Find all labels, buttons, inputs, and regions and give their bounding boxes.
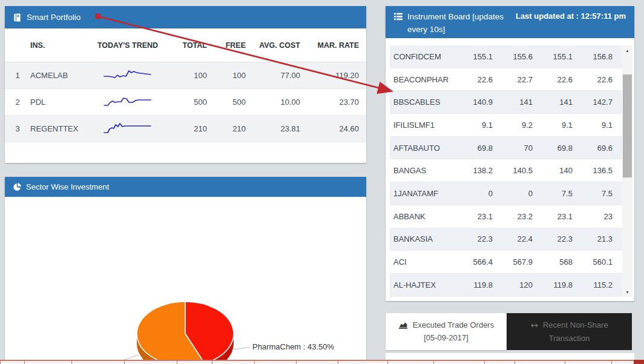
price-cell: 69.8 bbox=[542, 144, 582, 153]
instrument-table: CONFIDCEM155.1155.6155.1156.8BEACONPHAR2… bbox=[390, 45, 622, 297]
scroll-up-button[interactable]: ▲ bbox=[622, 45, 632, 55]
row-number-cell: 3 bbox=[5, 124, 30, 133]
ticker-cell bbox=[484, 360, 514, 364]
instrument-row: CONFIDCEM155.1155.6155.1156.8 bbox=[390, 45, 622, 68]
price-cell: 560.1 bbox=[582, 257, 622, 266]
trend-sparkline bbox=[103, 94, 153, 108]
sector-investment-panel: Sector Wise Investment PharmaChem : 43.5… bbox=[5, 177, 366, 364]
last-updated-text: Last updated at : 12:57:11 pm bbox=[516, 11, 626, 21]
price-cell: 141 bbox=[502, 98, 542, 107]
avg-cost-cell: 10.00 bbox=[246, 98, 303, 107]
total-cell: 210 bbox=[165, 124, 207, 133]
recent-non-share-tab[interactable]: ↔ Recent Non-Share Transaction bbox=[507, 313, 632, 350]
trend-sparkline-cell bbox=[91, 68, 165, 83]
ticker-cell bbox=[611, 360, 634, 364]
portfolio-row: 3REGENTTEX21021023.8124.60 bbox=[5, 116, 366, 142]
instrument-name-cell: PDL bbox=[30, 98, 91, 107]
price-cell: 9.2 bbox=[502, 121, 542, 130]
price-cell: 22.6 bbox=[542, 75, 582, 84]
ticker-cell bbox=[71, 360, 124, 364]
price-cell: 567.9 bbox=[502, 257, 542, 266]
price-cell: 22.3 bbox=[542, 234, 582, 243]
smart-portfolio-panel: Smart Portfolio INS. TODAY'S TREND TOTAL… bbox=[5, 6, 366, 163]
trend-sparkline bbox=[103, 121, 153, 134]
price-cell: 119.8 bbox=[542, 280, 582, 290]
col-trend: TODAY'S TREND bbox=[91, 41, 165, 50]
instrument-row: BEACONPHAR22.622.722.622.6 bbox=[390, 68, 622, 91]
price-cell: 23.1 bbox=[462, 212, 502, 221]
scroll-down-button[interactable]: ▼ bbox=[622, 287, 632, 297]
price-cell: 9.1 bbox=[582, 121, 622, 130]
col-avg-cost: AVG. COST bbox=[246, 41, 303, 50]
callout-line-pharmachem bbox=[234, 347, 250, 349]
ticker-cell bbox=[24, 360, 71, 364]
pie-label-pharmachem: PharmaChem : 43.50% bbox=[252, 342, 334, 351]
price-cell: 140.5 bbox=[502, 166, 542, 175]
tab-label-line2: [05-09-2017] bbox=[424, 332, 468, 344]
price-cell: 69.6 bbox=[582, 144, 622, 153]
price-cell: 141 bbox=[542, 98, 582, 107]
instrument-row: BANGAS138.2140.5140136.5 bbox=[390, 159, 622, 182]
instrument-name-cell: AL-HAJTEX bbox=[390, 280, 462, 290]
tab-label-line1: Recent Non-Share bbox=[543, 319, 608, 331]
price-cell: 22.4 bbox=[502, 234, 542, 243]
instrument-name-cell: BANKASIA bbox=[390, 234, 462, 243]
price-cell: 156.8 bbox=[582, 52, 622, 61]
instrument-board-header: Instrument Board [updates every 10s] Las… bbox=[386, 6, 634, 38]
mar-rate-cell: 24.60 bbox=[303, 124, 366, 133]
book-icon bbox=[13, 13, 22, 22]
price-cell: 155.6 bbox=[502, 52, 542, 61]
instrument-row: ACI566.4567.9568560.1 bbox=[390, 251, 622, 274]
price-cell: 22.6 bbox=[462, 75, 502, 84]
price-cell: 138.2 bbox=[462, 166, 502, 175]
price-cell: 142.7 bbox=[582, 98, 622, 107]
price-cell: 70 bbox=[502, 144, 542, 153]
free-cell: 210 bbox=[207, 124, 246, 133]
scrollbar-thumb[interactable] bbox=[623, 74, 632, 177]
sector-investment-header: Sector Wise Investment bbox=[5, 177, 366, 197]
total-cell: 100 bbox=[165, 71, 207, 80]
instrument-name-cell: 1JANATAMF bbox=[390, 189, 462, 198]
instrument-name-cell: BBSCABLES bbox=[390, 98, 462, 107]
price-cell: 115.2 bbox=[582, 280, 622, 290]
avg-cost-cell: 77.00 bbox=[246, 71, 303, 80]
price-cell: 21.3 bbox=[582, 234, 622, 243]
instrument-board-panel: Instrument Board [updates every 10s] Las… bbox=[386, 6, 634, 301]
portfolio-row: 2PDL50050010.0023.70 bbox=[5, 89, 366, 116]
bottom-ticker-strip bbox=[0, 360, 644, 364]
ticker-cell bbox=[254, 360, 296, 364]
total-cell: 500 bbox=[165, 98, 207, 107]
dashboard-page: { "colors": { "header_bg": "#2e75b5", "p… bbox=[0, 0, 644, 364]
price-cell: 155.1 bbox=[542, 52, 582, 61]
trend-sparkline bbox=[103, 68, 153, 81]
ticker-cell bbox=[514, 360, 565, 364]
price-cell: 9.1 bbox=[542, 121, 582, 130]
instrument-row: 1JANATAMF007.57.5 bbox=[390, 182, 622, 205]
exchange-arrows-icon: ↔ bbox=[530, 319, 538, 333]
price-cell: 155.1 bbox=[462, 52, 502, 61]
ticker-cell bbox=[565, 360, 611, 364]
panel-title: Sector Wise Investment bbox=[26, 182, 109, 191]
executed-trade-orders-tab[interactable]: Executed Trade Orders [05-09-2017] bbox=[386, 313, 507, 350]
instrument-name-cell: ACMELAB bbox=[30, 71, 91, 80]
instrument-name-cell: REGENTTEX bbox=[30, 124, 91, 133]
trend-sparkline-cell bbox=[91, 94, 165, 110]
instrument-name-cell: AFTABAUTO bbox=[390, 144, 462, 153]
instrument-scrollbar[interactable]: ▲ ▼ bbox=[622, 45, 632, 297]
instrument-name-cell: ABBANK bbox=[390, 212, 462, 221]
instrument-name-cell: ACI bbox=[390, 257, 462, 266]
row-number-cell: 1 bbox=[5, 71, 30, 80]
price-cell: 140 bbox=[542, 166, 582, 175]
price-cell: 69.8 bbox=[462, 144, 502, 153]
price-cell: 23.1 bbox=[542, 212, 582, 221]
panel-title: Smart Portfolio bbox=[27, 13, 80, 22]
instrument-row: ABBANK23.123.223.123 bbox=[390, 205, 622, 228]
instrument-row: AFTABAUTO69.87069.869.6 bbox=[390, 137, 622, 160]
price-cell: 568 bbox=[542, 257, 582, 266]
ticker-cell bbox=[0, 360, 24, 364]
price-cell: 9.1 bbox=[462, 121, 502, 130]
avg-cost-cell: 23.81 bbox=[246, 124, 303, 133]
price-cell: 120 bbox=[502, 280, 542, 290]
instrument-row: IFILISLMF19.19.29.19.1 bbox=[390, 114, 622, 137]
col-mar-rate: MAR. RATE bbox=[303, 41, 366, 50]
